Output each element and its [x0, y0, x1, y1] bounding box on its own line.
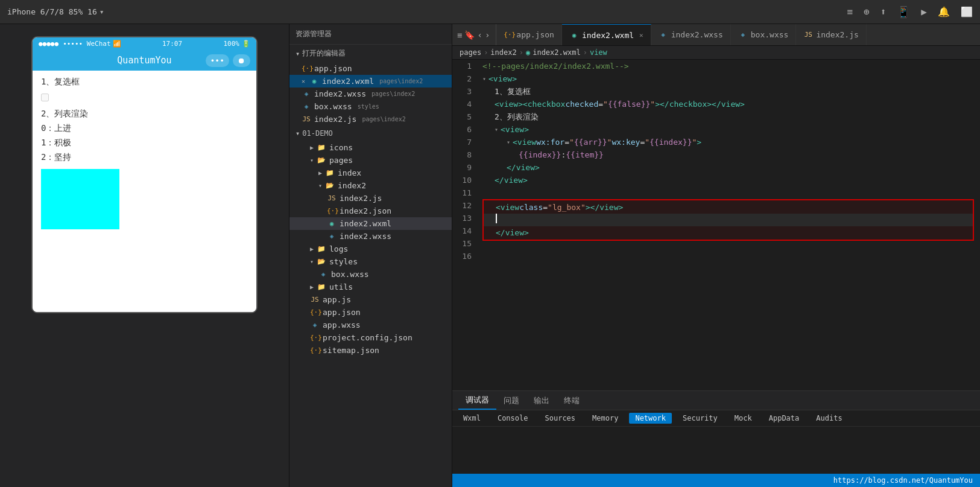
folder-pages-arrow: ▾ [310, 157, 314, 164]
debug-tab-mock[interactable]: Mock [729, 413, 758, 424]
phone-record-btn[interactable]: ⏺ [233, 54, 250, 67]
breadcrumb: pages › index2 › ◉ index2.wxml › view [452, 46, 980, 60]
folder-utils[interactable]: ▶ 📁 utils [289, 281, 452, 293]
tab-index2-js[interactable]: JS index2.js [796, 24, 866, 45]
tab-box-wxss[interactable]: ◈ box.wxss [731, 24, 797, 45]
file-index2-wxss[interactable]: ◈ index2.wxss [289, 230, 452, 243]
file-sitemap[interactable]: {·} sitemap.json [289, 344, 452, 357]
toolbar-search-icon[interactable]: ⊕ [864, 6, 870, 18]
toolbar-play-icon[interactable]: ▶ [921, 6, 927, 18]
folder-icons[interactable]: ▶ 📁 icons [289, 141, 452, 154]
breadcrumb-index2-wxml[interactable]: index2.wxml [533, 48, 580, 57]
toolbar-up-icon[interactable]: ⬆ [880, 6, 887, 18]
folder-index2[interactable]: ▾ 📂 index2 [289, 179, 452, 192]
code-line-13[interactable] [484, 214, 973, 226]
project-section[interactable]: ▾ 01-DEMO [289, 126, 452, 141]
debug-tab-network[interactable]: Network [629, 413, 672, 424]
file-app-wxss[interactable]: ◈ app.wxss [289, 319, 452, 331]
debug-tab-appdata[interactable]: AppData [763, 413, 806, 424]
wechat-label: ••••• WeChat [63, 40, 110, 48]
folder-logs-icon: 📁 [317, 245, 326, 253]
open-file-index2-wxss[interactable]: ◈ index2.wxss pages\index2 [289, 88, 452, 100]
file-index2-js[interactable]: JS index2.js [289, 192, 452, 205]
tab-index2-wxss[interactable]: ◈ index2.wxss [651, 24, 731, 45]
tab-close-btn[interactable]: ✕ [639, 31, 643, 39]
js-icon: JS [302, 115, 311, 123]
folder-styles-arrow: ▾ [310, 258, 314, 265]
open-file-index2-wxml[interactable]: ✕ ◉ index2.wxml pages\index2 [289, 75, 452, 88]
file-project-config[interactable]: {·} project.config.json [289, 331, 452, 344]
phone-nav-bar: QuantumYou ••• ⏺ [33, 50, 256, 71]
fold-arrow-7[interactable]: ▾ [507, 136, 510, 148]
open-file-index2-js[interactable]: JS index2.js pages\index2 [289, 113, 452, 126]
bookmark-icon[interactable]: 🔖 [464, 30, 475, 40]
tab-wxss-icon: ◈ [659, 31, 668, 39]
tab-output[interactable]: 输出 [526, 391, 557, 410]
wxss-icon-4: ◈ [318, 270, 328, 278]
device-selector[interactable]: iPhone 6/7/8 85% 16 ▾ [7, 7, 104, 16]
tab-index2-wxml-label: index2.wxml [582, 31, 634, 40]
breadcrumb-view[interactable]: view [590, 48, 607, 57]
file-index2-wxml[interactable]: ◉ index2.wxml [289, 217, 452, 230]
open-editors-section[interactable]: ▾ 打开的编辑器 [289, 45, 452, 62]
fold-arrow-2[interactable]: ▾ [482, 72, 486, 85]
tab-terminal[interactable]: 终端 [557, 391, 587, 410]
code-editor[interactable]: 1 2 3 4 5 6 7 8 9 10 11 12 13 14 15 16 [452, 60, 980, 390]
debug-tab-memory[interactable]: Memory [586, 413, 624, 424]
status-url: https://blog.csdn.net/QuantumYou [833, 476, 973, 485]
breadcrumb-forward-icon[interactable]: › [485, 30, 490, 40]
file-app-js[interactable]: JS app.js [289, 293, 452, 306]
debug-tab-wxml[interactable]: Wxml [457, 413, 487, 424]
project-arrow: ▾ [296, 129, 300, 138]
signal-icon: ●●●●● [39, 40, 58, 48]
tab-issues[interactable]: 问题 [496, 391, 526, 410]
file-index2-json[interactable]: {·} index2.json [289, 205, 452, 217]
tab-box-wxss-label: box.wxss [751, 30, 789, 39]
breadcrumb-wxml-icon: ◉ [526, 48, 530, 57]
folder-logs-arrow: ▶ [310, 246, 314, 252]
code-line-9: </view> [482, 161, 974, 174]
debug-tab-security[interactable]: Security [677, 413, 724, 424]
folder-pages[interactable]: ▾ 📂 pages [289, 154, 452, 167]
tab-app-json[interactable]: {·} app.json [496, 24, 562, 45]
device-dropdown-icon[interactable]: ▾ [100, 7, 104, 16]
wxml-icon-2: ◉ [327, 220, 337, 228]
toolbar-sound-icon[interactable]: 🔔 [938, 6, 950, 18]
sidebar-toggle-icon[interactable]: ≡ [457, 30, 462, 40]
breadcrumb-back-icon[interactable]: ‹ [477, 30, 482, 40]
folder-index[interactable]: ▶ 📁 index [289, 167, 452, 179]
cursor-bar [496, 214, 497, 223]
close-x-icon[interactable]: ✕ [302, 78, 305, 84]
phone-more-btn[interactable]: ••• [206, 54, 229, 67]
toolbar-screen-icon[interactable]: ⬜ [961, 6, 973, 18]
fold-arrow-6[interactable]: ▾ [495, 123, 498, 136]
file-app-json[interactable]: {·} app.json [289, 306, 452, 319]
json-icon: {·} [302, 65, 311, 72]
tab-index2-wxml[interactable]: ◉ index2.wxml ✕ [562, 24, 651, 45]
breadcrumb-pages[interactable]: pages [460, 48, 481, 57]
debug-tab-console[interactable]: Console [492, 413, 534, 424]
phone-content: 1、复选框 2、列表渲染 0：上进 1：积极 2：坚持 [33, 71, 256, 312]
open-file-box-wxss[interactable]: ◈ box.wxss styles [289, 100, 452, 113]
debug-toolbar: Wxml Console Sources Memory Network Secu… [452, 410, 980, 427]
debug-tab-sources[interactable]: Sources [539, 413, 581, 424]
open-editors-arrow: ▾ [296, 49, 300, 58]
open-file-app-json[interactable]: {·} app.json [289, 62, 452, 75]
code-content[interactable]: <!--pages/index2/index2.wxml--> ▾ <view>… [476, 60, 980, 390]
tab-bar: ≡ 🔖 ‹ › {·} app.json ◉ index2.wxml ✕ ◈ i… [452, 24, 980, 46]
debug-tab-audits[interactable]: Audits [810, 413, 848, 424]
code-line-10: </view> [482, 174, 974, 186]
file-box-wxss[interactable]: ◈ box.wxss [289, 268, 452, 281]
bottom-panel: 调试器 问题 输出 终端 Wxml Console Sources Memory… [452, 390, 980, 487]
folder-logs[interactable]: ▶ 📁 logs [289, 243, 452, 255]
toolbar-device-icon[interactable]: 📱 [897, 5, 910, 18]
folder-arrow: ▶ [310, 144, 314, 151]
folder-styles[interactable]: ▾ 📂 styles [289, 255, 452, 268]
js-icon-3: JS [310, 296, 320, 304]
tab-debugger[interactable]: 调试器 [458, 391, 496, 410]
phone-status-bar: ●●●●● ••••• WeChat 📶 17:07 100% 🔋 [33, 37, 256, 50]
breadcrumb-index2[interactable]: index2 [490, 48, 516, 57]
phone-frame: ●●●●● ••••• WeChat 📶 17:07 100% 🔋 Quantu… [31, 36, 258, 313]
code-line-5: 2、列表渲染 [482, 110, 974, 123]
toolbar-menu-icon[interactable]: ≡ [847, 6, 853, 18]
